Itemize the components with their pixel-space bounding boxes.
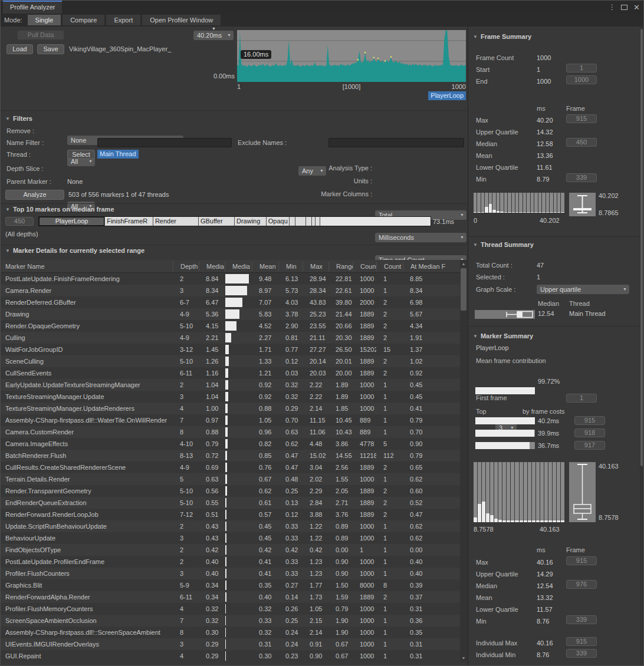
- frame-boxplot[interactable]: [569, 193, 596, 216]
- frame-histogram[interactable]: [474, 193, 564, 213]
- top10-segment[interactable]: GBuffer: [199, 217, 235, 226]
- mode-button-single[interactable]: Single: [28, 15, 61, 25]
- table-row[interactable]: Camera.Render38.348.975.7328.3422.611000…: [1, 285, 460, 296]
- col-mean[interactable]: Mean: [252, 262, 278, 271]
- marker-boxplot[interactable]: [569, 462, 596, 522]
- load-button[interactable]: Load: [6, 44, 33, 54]
- scroll-up-icon[interactable]: ▲: [460, 262, 467, 266]
- frame-button[interactable]: 915: [566, 556, 597, 565]
- frame-button[interactable]: 917: [574, 441, 605, 450]
- col-depth[interactable]: Depth: [173, 262, 199, 271]
- thread-select-button[interactable]: Select: [67, 150, 95, 159]
- table-row[interactable]: Assembly-CSharp-firstpass.dll!::WaterTil…: [1, 414, 460, 426]
- save-button[interactable]: Save: [37, 44, 64, 54]
- frame-button[interactable]: 915: [574, 416, 605, 425]
- col-marker-name[interactable]: Marker Name: [1, 262, 173, 271]
- scroll-down-icon[interactable]: ▼: [460, 656, 467, 660]
- top10-header[interactable]: ▼Top 10 markers on median frame: [5, 206, 114, 213]
- frame-button[interactable]: 915: [566, 637, 597, 646]
- table-row[interactable]: Update.ScriptRunBehaviourUpdate20.430.45…: [1, 520, 460, 532]
- frame-button[interactable]: 450: [566, 138, 597, 147]
- kebab-menu-icon[interactable]: ⋮: [609, 3, 615, 11]
- mode-button-open-profiler[interactable]: Open Profiler Window: [142, 15, 221, 25]
- table-row[interactable]: Terrain.Details.Render50.630.670.482.021…: [1, 473, 460, 485]
- frame-button[interactable]: 915: [566, 114, 597, 123]
- table-row[interactable]: RenderDeferred.GBuffer6-76.477.074.0343.…: [1, 296, 460, 308]
- name-filter-input[interactable]: [97, 138, 232, 147]
- top10-segment[interactable]: [306, 217, 312, 226]
- maximize-icon[interactable]: [621, 5, 627, 10]
- table-row[interactable]: UIEvents.IMGUIRenderOverlays30.290.310.2…: [1, 638, 460, 650]
- marker-summary-header[interactable]: ▼Marker Summary: [473, 332, 533, 339]
- filters-header[interactable]: ▼Filters: [5, 115, 32, 122]
- top10-segment[interactable]: Render: [153, 217, 199, 226]
- col-median[interactable]: Media: [199, 262, 225, 271]
- thread-range-bar[interactable]: [475, 310, 535, 319]
- table-row[interactable]: PostLateUpdate.ProfilerEndFrame20.400.41…: [1, 556, 460, 568]
- col-range[interactable]: Range: [328, 262, 353, 271]
- table-row[interactable]: RenderForward.RenderLoopJob7-120.510.570…: [1, 509, 460, 520]
- analyze-button[interactable]: Analyze: [5, 190, 64, 200]
- table-header-row[interactable]: Marker Name Depth Media Media Mean Min M…: [1, 260, 460, 273]
- table-row[interactable]: Graphics.Blit5-90.340.350.271.771.508000…: [1, 579, 460, 591]
- table-row[interactable]: BatchRenderer.Flush8-130.720.850.4715.02…: [1, 450, 460, 461]
- table-scrollbar-thumb[interactable]: [461, 268, 466, 311]
- top10-segment[interactable]: Drawing: [235, 217, 267, 226]
- col-at-median-frame[interactable]: At Median F: [403, 262, 460, 271]
- table-row[interactable]: Render.TransparentGeometry5-100.560.620.…: [1, 485, 460, 497]
- table-row[interactable]: EndRenderQueueExtraction5-100.550.610.13…: [1, 497, 460, 509]
- frame-button[interactable]: 976: [566, 580, 597, 589]
- col-max[interactable]: Max: [303, 262, 328, 271]
- marker-details-header[interactable]: ▼Marker Details for currently selected r…: [5, 247, 144, 254]
- top10-segment[interactable]: FinishFrameR: [105, 217, 153, 226]
- marker-histogram[interactable]: [474, 462, 564, 522]
- frame-button[interactable]: 339: [566, 649, 597, 658]
- top10-segment[interactable]: PlayerLoop: [39, 217, 105, 226]
- frame-summary-header[interactable]: ▼Frame Summary: [473, 33, 531, 40]
- col-count[interactable]: Count: [353, 262, 376, 271]
- table-row[interactable]: Profiler.FlushMemoryCounters40.320.320.2…: [1, 603, 460, 615]
- panel-scrollbar[interactable]: [640, 27, 643, 665]
- units-dropdown[interactable]: Milliseconds▼: [375, 233, 466, 242]
- top10-segment[interactable]: [290, 217, 295, 226]
- frame-button[interactable]: 918: [574, 428, 605, 437]
- frame-button[interactable]: 1: [566, 64, 597, 72]
- table-scrollbar[interactable]: ▲ ▼: [460, 260, 467, 662]
- table-row[interactable]: TextureStreamingManager.Update31.040.920…: [1, 391, 460, 403]
- table-row[interactable]: RenderForwardAlpha.Render6-110.340.400.1…: [1, 591, 460, 603]
- graph-scale-dropdown[interactable]: 40.20ms▼: [193, 31, 234, 40]
- table-row[interactable]: SceneCulling5-101.261.330.1220.1420.0118…: [1, 355, 460, 367]
- table-row[interactable]: FindObjectsOfType20.420.420.420.420.0011…: [1, 544, 460, 556]
- table-row[interactable]: WaitForJobGroupID3-121.451.710.7727.2726…: [1, 344, 460, 355]
- table-row[interactable]: Assembly-CSharp-firstpass.dll!::ScreenSp…: [1, 627, 460, 638]
- table-row[interactable]: GUI.Repaint40.290.300.230.900.67100010.3…: [1, 650, 460, 662]
- table-row[interactable]: Camera.ImageEffects4-100.790.820.624.483…: [1, 438, 460, 450]
- median-frame-button[interactable]: 450: [5, 217, 34, 226]
- table-row[interactable]: Camera.CustomRender80.880.960.6311.0610.…: [1, 426, 460, 438]
- table-row[interactable]: TextureStreamingManager.UpdateRenderers4…: [1, 403, 460, 414]
- table-row[interactable]: PostLateUpdate.FinishFrameRendering28.84…: [1, 273, 460, 285]
- mode-button-export[interactable]: Export: [106, 15, 140, 25]
- first-frame-button[interactable]: 1: [566, 394, 597, 403]
- table-row[interactable]: EarlyUpdate.UpdateTextureStreamingManage…: [1, 379, 460, 391]
- tab-profile-analyzer[interactable]: Profile Analyzer: [3, 1, 62, 14]
- graph-scale-mode-dropdown[interactable]: Upper quartile▼: [537, 285, 629, 294]
- frame-button[interactable]: 1000: [566, 75, 597, 84]
- selected-marker-chip[interactable]: PlayerLoop: [428, 91, 466, 100]
- table-row[interactable]: CullSendEvents6-111.161.210.0320.0320.00…: [1, 367, 460, 379]
- table-row[interactable]: Drawing4-95.365.833.7825.2321.44188925.6…: [1, 308, 460, 320]
- table-row[interactable]: BehaviourUpdate30.430.450.331.220.891000…: [1, 532, 460, 544]
- top10-segment[interactable]: Opaqu: [267, 217, 290, 226]
- pull-data-button[interactable]: Pull Data: [17, 30, 64, 40]
- table-row[interactable]: Render.OpaqueGeometry5-104.154.522.9023.…: [1, 320, 460, 332]
- table-row[interactable]: CullResults.CreateSharedRendererScene4-9…: [1, 461, 460, 473]
- frame-button[interactable]: 339: [566, 173, 597, 182]
- table-row[interactable]: Profiler.FlushCounters30.400.410.331.230…: [1, 568, 460, 579]
- table-row[interactable]: Culling4-92.212.270.8121.1120.30188921.9…: [1, 332, 460, 344]
- col-median-bar[interactable]: Media: [225, 262, 252, 271]
- table-row[interactable]: ScreenSpaceAmbientOcclusion70.320.330.25…: [1, 615, 460, 627]
- top10-marker-bar[interactable]: PlayerLoopFinishFrameRRenderGBufferDrawi…: [38, 216, 431, 226]
- frame-button[interactable]: 339: [566, 615, 597, 624]
- col-count-frame[interactable]: Count Fra: [376, 262, 403, 271]
- thread-value-chip[interactable]: Main Thread: [97, 150, 139, 159]
